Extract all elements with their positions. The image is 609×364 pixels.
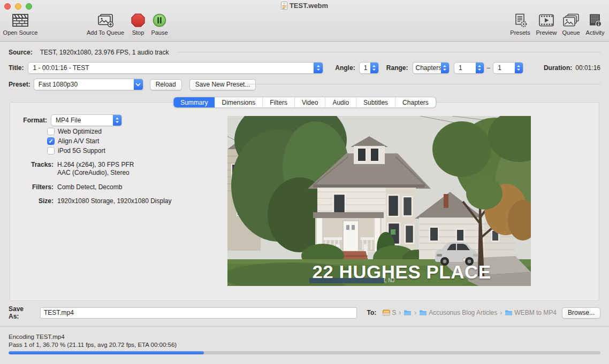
range-label: Range: [386,64,408,72]
encode-progress-fill [9,351,204,354]
size-value: 1920x1080 Storage, 1920x1080 Display [57,197,172,205]
updown-chevrons-icon [476,63,484,73]
preview-image: 22 HUGHES PLACE t, NJ [227,116,531,286]
range-to-stepper[interactable]: 1 [493,62,523,74]
reload-button[interactable]: Reload [150,79,182,90]
save-as-label: Save As: [9,305,35,320]
save-as-input[interactable] [40,307,357,319]
document-info-icon [575,12,609,29]
to-label: To: [367,309,376,316]
pause-circle-icon [138,12,181,29]
encode-status-line2: Pass 1 of 1, 36.70 % (21.11 fps, avg 20.… [9,342,177,348]
photo-overlay-subtitle: t, NJ [384,277,395,283]
encode-status-line1: Encoding TEST.mp4 [9,334,65,340]
checkbox-2[interactable] [47,147,55,154]
tracks-label: Tracks: [9,161,54,177]
breadcrumb-item-volume: S [392,309,396,316]
handbrake-window: TEST.webm Open Source [0,0,609,364]
tracks-value: H.264 (x264), 30 FPS PFR AAC (CoreAudio)… [57,161,134,177]
preset-label: Preset: [9,81,31,88]
browse-button[interactable]: Browse... [562,307,600,319]
updown-chevrons-icon [441,63,449,73]
checkbox-1[interactable] [47,137,55,145]
status-divider [0,326,609,327]
window-title: TEST.webm [0,2,609,10]
folder-icon [404,309,412,316]
source-divider [178,52,600,52]
tab-audio[interactable]: Audio [325,97,356,107]
folder-icon [505,309,513,316]
duration-value: 00:01:16 [575,64,600,72]
source-label: Source: [9,49,33,56]
tab-subtitles[interactable]: Subtitles [356,97,395,107]
window-chrome: TEST.webm Open Source [0,0,609,42]
chevron-down-icon [134,79,143,90]
format-label: Format: [9,117,47,124]
checkbox-0[interactable] [47,128,55,135]
folder-icon [419,309,427,316]
updown-chevrons-icon [515,63,523,73]
save-new-preset-button[interactable]: Save New Preset... [189,79,256,90]
range-dash: – [487,64,491,72]
filters-label: Filters: [9,183,54,191]
source-value: TEST, 1920x1080, 23.976 FPS, 1 audio tra… [40,49,169,56]
breadcrumb-item-blog-articles: Accusonus Blog Articles [429,309,497,316]
section-tabbar: Summary Dimensions Filters Video Audio S… [173,97,436,108]
preset-select[interactable]: Fast 1080p30 [34,79,143,90]
updown-chevrons-icon [314,63,323,73]
pause-button[interactable]: Pause [138,12,181,36]
title-label: Title: [9,64,24,72]
film-slate-icon [0,12,42,29]
document-icon [281,2,287,10]
updown-chevrons-icon [370,63,378,73]
format-select[interactable]: MP4 File [51,114,122,126]
web-optimized-label: Web Optimized [58,128,102,135]
preset-divider [247,84,600,84]
title-select[interactable]: 1 - 00:01:16 - TEST [28,62,323,74]
breadcrumb: S › › Accusonus Blog Articles › WEBM to … [383,309,557,316]
open-source-button[interactable]: Open Source [0,12,42,36]
photo-overlay-bar [309,278,384,283]
drive-icon [383,309,390,316]
range-from-stepper[interactable]: 1 [454,62,484,74]
breadcrumb-item-webm-to-mp4: WEBM to MP4 [514,309,557,316]
house-photo-illustration [227,116,531,286]
ipod-5g-support-label: iPod 5G Support [58,147,105,154]
align-av-start-label: Align A/V Start [58,137,99,145]
encode-progress-bar [9,351,600,354]
tab-video[interactable]: Video [295,97,325,107]
filters-value: Comb Detect, Decomb [57,183,122,191]
range-type-select[interactable]: Chapters [413,62,449,74]
tab-filters[interactable]: Filters [263,97,295,107]
size-label: Size: [9,197,54,205]
activity-button[interactable]: Activity [575,12,609,36]
tab-dimensions[interactable]: Dimensions [215,97,263,107]
tab-summary[interactable]: Summary [173,97,215,107]
updown-chevrons-icon [113,115,121,126]
angle-stepper[interactable]: 1 [359,62,379,74]
tab-chapters[interactable]: Chapters [395,97,436,107]
duration-label: Duration: [544,64,572,72]
angle-label: Angle: [335,64,355,72]
